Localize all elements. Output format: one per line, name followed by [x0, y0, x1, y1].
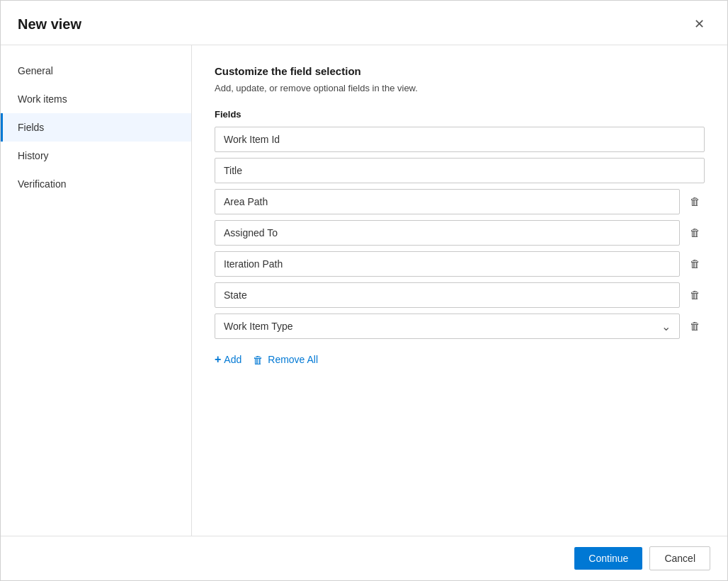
- sidebar-item-label: Work items: [18, 93, 67, 105]
- plus-icon: +: [215, 353, 221, 366]
- field-dropdown-work-item-type[interactable]: Work Item Type: [215, 313, 680, 339]
- dialog-title: New view: [18, 16, 81, 33]
- close-button[interactable]: ✕: [688, 13, 710, 35]
- sidebar-item-label: History: [18, 150, 49, 161]
- cancel-button[interactable]: Cancel: [649, 546, 710, 570]
- field-row-work-item-type: Work Item Type: [215, 313, 705, 339]
- add-label: Add: [224, 354, 241, 365]
- sidebar-item-fields[interactable]: Fields: [1, 113, 191, 142]
- field-row-area-path: [215, 189, 705, 214]
- delete-iteration-path-button[interactable]: [686, 255, 705, 273]
- remove-all-button[interactable]: Remove All: [253, 351, 318, 369]
- main-content: Customize the field selection Add, updat…: [192, 45, 727, 536]
- content-heading: Customize the field selection: [215, 65, 705, 77]
- field-row-state: [215, 282, 705, 308]
- sidebar-item-work-items[interactable]: Work items: [1, 85, 191, 113]
- trash-icon: [253, 354, 263, 366]
- field-input-area-path[interactable]: [215, 189, 680, 214]
- add-field-button[interactable]: + Add: [215, 350, 241, 369]
- field-input-state[interactable]: [215, 282, 680, 308]
- trash-icon: [690, 289, 700, 301]
- trash-icon: [690, 195, 700, 208]
- field-input-work-item-id[interactable]: [215, 127, 705, 152]
- field-input-iteration-path[interactable]: [215, 251, 680, 277]
- sidebar-item-history[interactable]: History: [1, 142, 191, 170]
- delete-state-button[interactable]: [686, 286, 705, 304]
- dialog-body: General Work items Fields History Verifi…: [1, 45, 727, 536]
- trash-icon: [690, 320, 700, 333]
- sidebar-item-label: Verification: [18, 178, 66, 190]
- sidebar-item-label: General: [18, 65, 53, 76]
- chevron-down-icon: [661, 320, 671, 333]
- content-subheading: Add, update, or remove optional fields i…: [215, 83, 705, 93]
- trash-icon: [690, 258, 700, 270]
- fields-label: Fields: [215, 109, 705, 120]
- sidebar-item-label: Fields: [18, 122, 44, 133]
- delete-assigned-to-button[interactable]: [686, 224, 705, 242]
- field-row-iteration-path: [215, 251, 705, 277]
- new-view-dialog: New view ✕ General Work items Fields His…: [0, 0, 728, 581]
- trash-icon: [690, 226, 700, 239]
- sidebar: General Work items Fields History Verifi…: [1, 45, 192, 536]
- dialog-footer: Continue Cancel: [1, 536, 727, 580]
- remove-all-label: Remove All: [268, 354, 318, 365]
- sidebar-item-general[interactable]: General: [1, 57, 191, 85]
- field-row-work-item-id: [215, 127, 705, 152]
- field-input-assigned-to[interactable]: [215, 220, 680, 246]
- delete-work-item-type-button[interactable]: [686, 317, 705, 335]
- actions-row: + Add Remove All: [215, 350, 705, 369]
- field-dropdown-label: Work Item Type: [224, 321, 293, 332]
- sidebar-item-verification[interactable]: Verification: [1, 170, 191, 198]
- field-input-title[interactable]: [215, 158, 705, 183]
- field-row-title: [215, 158, 705, 183]
- continue-button[interactable]: Continue: [574, 547, 642, 570]
- dialog-header: New view ✕: [1, 1, 727, 45]
- delete-area-path-button[interactable]: [686, 192, 705, 211]
- field-row-assigned-to: [215, 220, 705, 246]
